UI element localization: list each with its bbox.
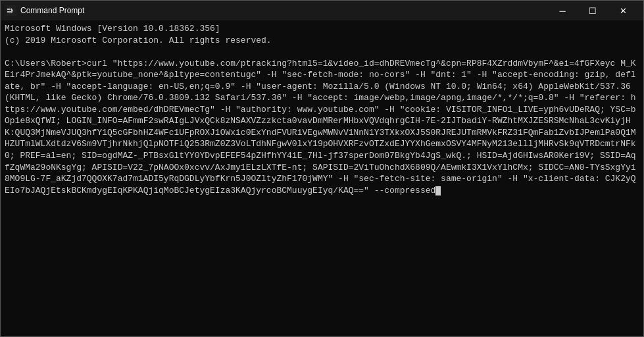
cmd-icon [6, 5, 16, 16]
terminal-output[interactable]: Microsoft Windows [Version 10.0.18362.35… [1, 20, 643, 336]
minimize-button[interactable]: ─ [547, 1, 578, 20]
cmd-window: Command Prompt ─ ☐ ✕ Microsoft Windows [… [0, 0, 644, 337]
terminal-line1: Microsoft Windows [Version 10.0.18362.35… [5, 24, 220, 34]
terminal-command: C:\Users\Robert>curl "https://www.youtub… [5, 59, 636, 195]
cursor [435, 186, 441, 195]
maximize-button[interactable]: ☐ [578, 1, 608, 20]
close-button[interactable]: ✕ [608, 1, 638, 20]
terminal-line2: (c) 2019 Microsoft Corporation. All righ… [5, 36, 272, 45]
svg-rect-1 [7, 9, 11, 10]
title-bar: Command Prompt ─ ☐ ✕ [1, 1, 643, 20]
window-title: Command Prompt [20, 6, 547, 15]
window-controls: ─ ☐ ✕ [547, 1, 638, 20]
